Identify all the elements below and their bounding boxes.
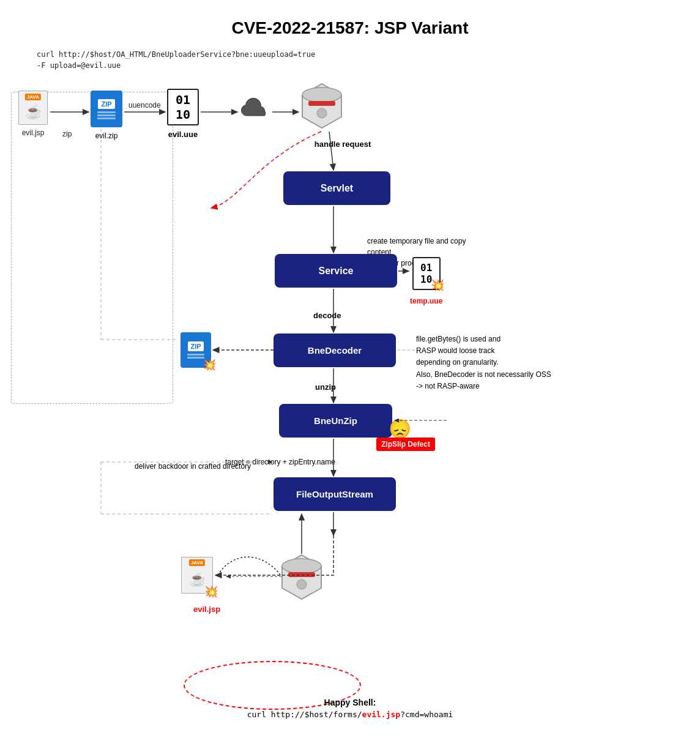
bnedecoder-note: file.getBytes() is used and RASP would l…	[416, 334, 551, 392]
cloud-icon	[239, 97, 272, 124]
curl-line2: -F upload=@evil.uue	[37, 61, 121, 70]
evil-jsp-icon: JAVA ☕ evil.jsp	[18, 91, 48, 136]
zip-badge-2: ZIP	[188, 341, 203, 351]
svg-point-5	[282, 559, 321, 573]
zip-badge: ZIP	[98, 99, 114, 109]
evil-zip-label: evil.zip	[95, 132, 118, 140]
curl-line1: curl http://$host/OA_HTML/BneUploaderSer…	[37, 50, 315, 59]
unzip-label: unzip	[315, 382, 336, 392]
uue-box-shape: 0110	[167, 89, 199, 125]
happy-shell-section: Happy Shell: curl http://$host/forms/evi…	[0, 698, 700, 719]
evil-zip-icon: ZIP evil.zip	[91, 91, 122, 140]
happy-shell-title: Happy Shell:	[0, 698, 700, 707]
bneunzip-label: BneUnZip	[314, 415, 357, 426]
happy-shell-curl: curl http://$host/forms/evil.jsp?cmd=who…	[0, 710, 700, 719]
java-file-icon: JAVA ☕	[18, 91, 48, 125]
binary-icon: 0110	[176, 92, 190, 122]
servlet-box: Servlet	[283, 171, 390, 205]
page-title: CVE-2022-21587: JSP Variant	[0, 0, 700, 50]
bnedecoder-box: BneDecoder	[274, 334, 396, 367]
fileoutputstream-box: FileOutputStream	[274, 477, 396, 511]
bnedecoder-note-text: file.getBytes() is used and RASP would l…	[416, 335, 551, 390]
java-badge: JAVA	[25, 94, 41, 100]
evil-jsp-label: evil.jsp	[22, 129, 45, 137]
oracle-server-bottom	[280, 554, 324, 604]
evil-uue-label: evil.uue	[168, 130, 198, 139]
zip-file-shape: ZIP	[91, 91, 122, 127]
uuencode-label: uuencode	[128, 101, 161, 110]
explosion-icon: 💥	[431, 278, 444, 292]
servlet-label: Servlet	[321, 183, 353, 194]
svg-point-1	[302, 88, 341, 102]
svg-rect-6	[288, 572, 315, 577]
explosion-bottom: 💥	[204, 585, 218, 598]
temp-uue-label: temp.uue	[410, 297, 442, 305]
bnedecoder-label: BneDecoder	[308, 345, 362, 356]
temp-uue-icon: 0110 💥 temp.uue	[410, 257, 442, 305]
sad-face-icon: 😞	[389, 418, 411, 439]
svg-point-7	[297, 579, 307, 589]
java-cup-bottom: ☕	[189, 572, 206, 587]
svg-point-3	[317, 108, 327, 118]
handle-request-label: handle request	[303, 140, 382, 149]
java-badge-bottom: JAVA	[189, 559, 205, 566]
svg-line-12	[329, 132, 333, 170]
evil-uue-icon: 0110 evil.uue	[167, 89, 199, 139]
happy-shell-cmd-text: ?cmd=whoami	[400, 710, 453, 719]
happy-shell-curl-text: curl http://$host/forms/	[247, 710, 362, 719]
service-label: Service	[319, 266, 354, 277]
zip-arrow-label: zip	[62, 130, 72, 138]
svg-rect-2	[308, 101, 335, 106]
java-cup-icon: ☕	[25, 104, 42, 120]
happy-shell-evil-text: evil.jsp	[362, 710, 401, 719]
evil-jsp-bottom-icon: JAVA ☕ 💥	[181, 557, 213, 594]
service-box: Service	[275, 254, 397, 288]
zipslip-badge: ZipSlip Defect	[376, 438, 435, 451]
evil-jsp-bottom-label: evil.jsp	[193, 605, 220, 614]
decode-label: decode	[313, 311, 341, 320]
zip-lines	[97, 111, 116, 119]
zip-explosion-icon: ZIP 💥	[181, 332, 211, 368]
bneunzip-box: BneUnZip	[279, 404, 392, 438]
curl-command-top: curl http://$host/OA_HTML/BneUploaderSer…	[37, 49, 315, 71]
zip-explosion-mark: 💥	[203, 358, 216, 371]
oracle-server-top	[300, 83, 344, 130]
fileoutputstream-label: FileOutputStream	[296, 489, 373, 499]
temp-uue-box: 0110 💥	[412, 257, 441, 290]
deliver-backdoor-label: deliver backdoor in crafted directory	[135, 462, 251, 471]
